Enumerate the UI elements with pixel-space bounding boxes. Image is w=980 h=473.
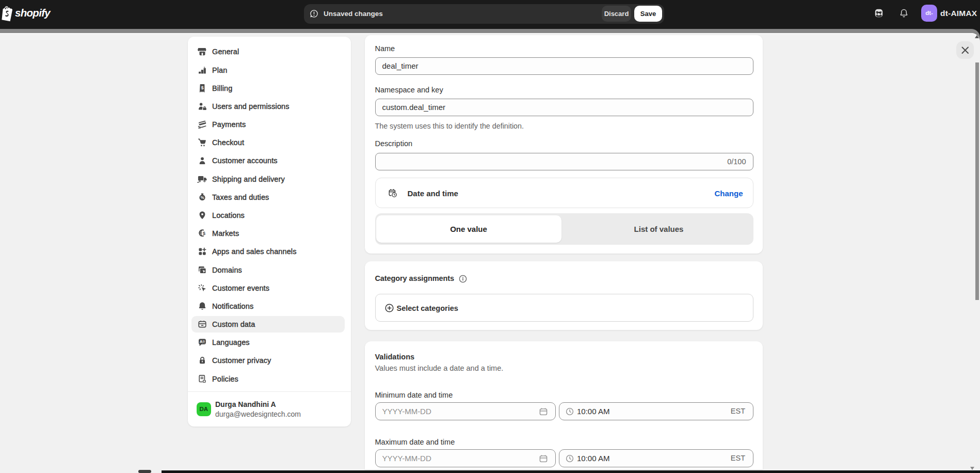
svg-text:$: $ — [201, 85, 204, 90]
svg-text:文: 文 — [202, 340, 205, 343]
svg-text:$: $ — [203, 231, 205, 236]
svg-text:%: % — [201, 195, 204, 200]
